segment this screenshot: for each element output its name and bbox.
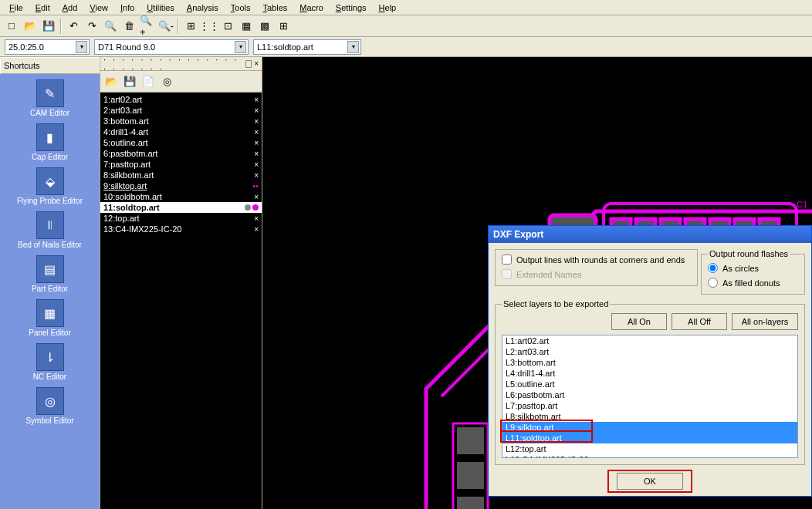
shortcut-symbol-editor[interactable]: ◎Symbol Editor [0, 385, 100, 427]
ok-button[interactable]: OK [617, 473, 683, 490]
save-icon[interactable]: 💾 [122, 74, 137, 89]
shortcut-cap-editor[interactable]: ▮Cap Editor [0, 121, 100, 163]
shortcut-part-editor[interactable]: ▤Part Editor [0, 253, 100, 295]
all-on-button[interactable]: All On [611, 313, 667, 330]
menu-view[interactable]: View [85, 2, 113, 13]
layer-row[interactable]: 9:silktop.art•• [100, 180, 262, 191]
shortcut-label: Part Editor [32, 285, 68, 293]
radio-as-circles[interactable]: As circles [708, 263, 798, 273]
layer-row[interactable]: 6:pastbotm.art× [100, 148, 262, 159]
shortcut-icon: ⬙ [36, 167, 64, 195]
zoom-combo[interactable]: 25.0:25.0 ▾ [5, 39, 90, 55]
export-layer-row[interactable]: L9:silktop.art [502, 422, 797, 433]
toolbar-button-4[interactable]: ↶ [65, 18, 82, 35]
layer-combo[interactable]: L11:soldtop.art ▾ [253, 39, 361, 55]
aperture-combo[interactable]: D71 Round 9.0 ▾ [94, 39, 249, 55]
export-layer-row[interactable]: L11:soldtop.art [502, 433, 797, 443]
toolbar-button-14[interactable]: ▦ [238, 18, 255, 35]
all-on-layers-button[interactable]: All on-layers [732, 313, 798, 330]
radio-as-donuts[interactable]: As filled donuts [708, 278, 798, 288]
group-flashes-label: Output round flashes [708, 249, 790, 258]
toolbar-button-1[interactable]: 📂 [22, 18, 39, 35]
export-layer-row[interactable]: L4:drill1-4.art [502, 368, 797, 379]
layer-row[interactable]: 7:pasttop.art× [100, 159, 262, 170]
layer-name: 13:C4-IMX225-IC-20 [103, 224, 254, 234]
layer-dots: •• [252, 181, 259, 190]
menu-file[interactable]: File [5, 2, 28, 13]
toolbar-button-6[interactable]: 🔍 [102, 18, 119, 35]
layer-value: L11:soldtop.art [257, 42, 313, 52]
layer-row[interactable]: 11:soldtop.art [100, 202, 262, 213]
svg-text:C1: C1 [797, 200, 807, 209]
layer-row[interactable]: 5:outline.art× [100, 137, 262, 148]
shortcuts-title: Shortcuts [0, 57, 100, 74]
shortcut-label: Panel Editor [29, 329, 70, 337]
doc-icon[interactable]: 📄 [140, 74, 156, 89]
toolbar-button-11[interactable]: ⊞ [182, 18, 199, 35]
layer-row[interactable]: 2:art03.art× [100, 105, 262, 116]
panel-pin-icon[interactable] [245, 60, 252, 68]
chevron-down-icon[interactable]: ▾ [235, 41, 246, 53]
export-layer-row[interactable]: L5:outline.art [502, 379, 797, 389]
toolbar-button-16[interactable]: ⊞ [275, 18, 292, 35]
menu-utilities[interactable]: Utilities [142, 2, 178, 13]
export-layer-row[interactable]: L6:pastbotm.art [502, 389, 797, 400]
shortcut-flying-probe-editor[interactable]: ⬙Flying Probe Editor [0, 165, 100, 207]
layer-name: 2:art03.art [103, 106, 254, 115]
layer-row[interactable]: 1:art02.art× [100, 94, 262, 105]
menu-tables[interactable]: Tables [258, 2, 292, 13]
toolbar-button-9[interactable]: 🔍- [157, 18, 174, 35]
shortcut-icon: ⫴ [36, 211, 64, 239]
toolbar-button-5[interactable]: ↷ [83, 18, 100, 35]
checkbox-rounds[interactable]: Output lines with rounds at corners and … [502, 254, 691, 265]
toolbar-button-2[interactable]: 💾 [40, 18, 57, 35]
menu-add[interactable]: Add [58, 2, 83, 13]
menu-info[interactable]: Info [116, 2, 139, 13]
chevron-down-icon[interactable]: ▾ [347, 41, 359, 53]
export-layer-row[interactable]: L8:silkbotm.art [502, 411, 797, 422]
folder-open-icon[interactable]: 📂 [103, 74, 119, 89]
svg-rect-10 [457, 427, 484, 454]
menu-edit[interactable]: Edit [31, 2, 55, 13]
layer-list[interactable]: 1:art02.art×2:art03.art×3:bottom.art×4:d… [100, 93, 262, 509]
layer-row[interactable]: 3:bottom.art× [100, 116, 262, 126]
layer-row[interactable]: 8:silkbotm.art× [100, 170, 262, 180]
layer-x-icon: × [254, 150, 259, 158]
grip-dots: · · · · · · · · · · · · · · · · · · · · … [103, 55, 245, 73]
menu-macro[interactable]: Macro [295, 2, 328, 13]
shortcut-cam-editor[interactable]: ✎CAM Editor [0, 77, 100, 120]
export-layer-row[interactable]: L13:C4-IMX225-IC-20 [502, 454, 797, 458]
toolbar-button-13[interactable]: ⊡ [219, 18, 236, 35]
layer-row[interactable]: 4:drill1-4.art× [100, 126, 262, 137]
export-layer-row[interactable]: L2:art03.art [502, 346, 797, 357]
shortcut-panel-editor[interactable]: ▦Panel Editor [0, 297, 100, 339]
target-icon[interactable]: ◎ [159, 74, 174, 89]
layer-name: 1:art02.art [103, 95, 254, 104]
export-layer-row[interactable]: L7:pasttop.art [502, 400, 797, 411]
layer-name: 8:silkbotm.art [103, 170, 254, 180]
export-layer-row[interactable]: L1:art02.art [502, 335, 797, 346]
menu-settings[interactable]: Settings [331, 2, 371, 13]
layer-panel-header: · · · · · · · · · · · · · · · · · · · · … [100, 57, 262, 71]
export-layer-row[interactable]: L12:top.art [502, 443, 797, 454]
toolbar-button-7[interactable]: 🗑 [120, 18, 137, 35]
toolbar-button-8[interactable]: 🔍+ [139, 18, 156, 35]
menu-analysis[interactable]: Analysis [182, 2, 223, 13]
menu-help[interactable]: Help [374, 2, 401, 13]
layer-x-icon: × [254, 106, 259, 115]
shortcut-nc-editor[interactable]: ⇂NC Editor [0, 341, 100, 383]
export-layer-row[interactable]: L3:bottom.art [502, 357, 797, 368]
toolbar-button-12[interactable]: ⋮⋮ [201, 18, 218, 35]
shortcut-bed-of-nails-editor[interactable]: ⫴Bed of Nails Editor [0, 209, 100, 251]
layer-row[interactable]: 13:C4-IMX225-IC-20× [100, 224, 262, 234]
toolbar-button-15[interactable]: ▩ [256, 18, 273, 35]
layer-x-icon: × [254, 225, 259, 234]
export-layer-listbox[interactable]: L1:art02.artL2:art03.artL3:bottom.artL4:… [502, 335, 798, 458]
menu-tools[interactable]: Tools [226, 2, 255, 13]
layer-row[interactable]: 10:soldbotm.art× [100, 191, 262, 202]
chevron-down-icon[interactable]: ▾ [76, 41, 87, 53]
close-icon[interactable]: × [254, 59, 259, 68]
all-off-button[interactable]: All Off [672, 313, 727, 330]
toolbar-button-0[interactable]: □ [3, 18, 20, 35]
layer-row[interactable]: 12:top.art× [100, 213, 262, 224]
